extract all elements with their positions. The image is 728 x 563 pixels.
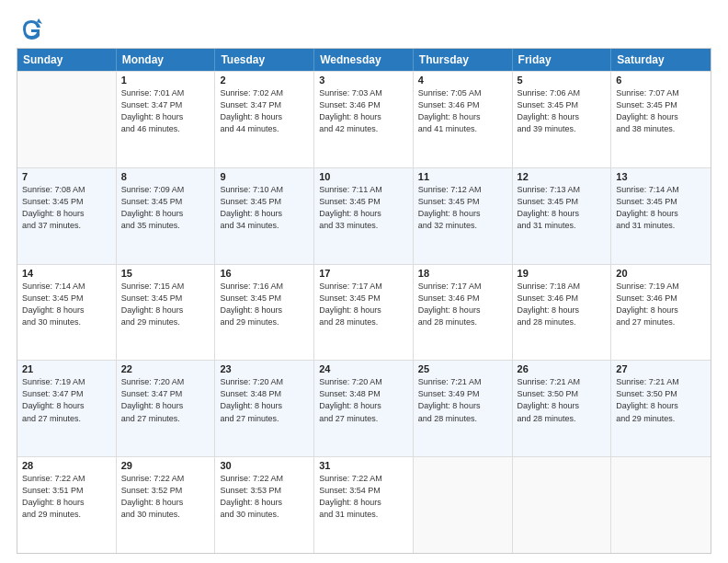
cell-info-line: Sunrise: 7:21 AM: [418, 376, 507, 388]
cell-info-line: Sunrise: 7:10 AM: [220, 184, 309, 196]
cell-info-line: Daylight: 8 hours: [220, 111, 309, 123]
calendar-cell: 24Sunrise: 7:20 AMSunset: 3:48 PMDayligh…: [314, 361, 414, 456]
cell-info-line: and 27 minutes.: [220, 413, 309, 425]
calendar-cell: [17, 72, 117, 167]
cell-info-line: Sunrise: 7:20 AM: [121, 376, 210, 388]
day-number: 24: [319, 363, 408, 374]
cell-info-line: Daylight: 8 hours: [418, 400, 507, 412]
cell-info-line: Sunset: 3:49 PM: [418, 388, 507, 400]
cell-info-line: Sunrise: 7:22 AM: [319, 473, 408, 485]
calendar-header: SundayMondayTuesdayWednesdayThursdayFrid…: [17, 49, 711, 71]
calendar-cell: 29Sunrise: 7:22 AMSunset: 3:52 PMDayligh…: [117, 457, 216, 553]
calendar-cell: 26Sunrise: 7:21 AMSunset: 3:50 PMDayligh…: [513, 361, 612, 456]
cell-info-line: Sunset: 3:46 PM: [319, 99, 408, 111]
day-number: 8: [121, 171, 210, 182]
cell-info-line: Daylight: 8 hours: [418, 208, 507, 220]
page: SundayMondayTuesdayWednesdayThursdayFrid…: [0, 0, 728, 563]
cell-info-line: Sunset: 3:45 PM: [518, 99, 607, 111]
calendar-cell: 9Sunrise: 7:10 AMSunset: 3:45 PMDaylight…: [215, 168, 314, 264]
cell-info-line: Sunrise: 7:19 AM: [22, 376, 111, 388]
day-number: 10: [319, 171, 408, 182]
cell-info-line: Sunrise: 7:22 AM: [22, 473, 111, 485]
logo-icon: [18, 17, 44, 42]
calendar-cell: 14Sunrise: 7:14 AMSunset: 3:45 PMDayligh…: [17, 265, 117, 361]
cell-info-line: Daylight: 8 hours: [616, 208, 706, 220]
calendar-cell: 15Sunrise: 7:15 AMSunset: 3:45 PMDayligh…: [117, 265, 216, 361]
cell-info-line: Sunrise: 7:15 AM: [121, 281, 210, 293]
calendar-cell: 18Sunrise: 7:17 AMSunset: 3:46 PMDayligh…: [414, 265, 513, 361]
calendar-cell: 8Sunrise: 7:09 AMSunset: 3:45 PMDaylight…: [117, 168, 216, 264]
day-number: 27: [616, 363, 706, 374]
cell-info-line: and 28 minutes.: [418, 413, 507, 425]
day-number: 31: [319, 460, 408, 471]
cell-info-line: and 39 minutes.: [518, 123, 607, 135]
cell-info-line: Sunrise: 7:22 AM: [121, 473, 210, 485]
cell-info-line: Daylight: 8 hours: [319, 497, 408, 509]
header-cell-saturday: Saturday: [611, 49, 711, 71]
cell-info-line: and 44 minutes.: [220, 123, 309, 135]
cell-info-line: and 28 minutes.: [518, 413, 607, 425]
calendar-cell: [611, 457, 711, 553]
cell-info-line: and 27 minutes.: [616, 316, 706, 328]
day-number: 21: [22, 363, 111, 374]
cell-info-line: Daylight: 8 hours: [22, 497, 111, 509]
cell-info-line: Sunset: 3:46 PM: [518, 293, 607, 304]
cell-info-line: Daylight: 8 hours: [319, 111, 408, 123]
cell-info-line: Daylight: 8 hours: [121, 400, 210, 412]
cell-info-line: Sunrise: 7:18 AM: [518, 281, 607, 293]
cell-info-line: and 29 minutes.: [616, 413, 706, 425]
cell-info-line: and 29 minutes.: [220, 316, 309, 328]
cell-info-line: and 42 minutes.: [319, 123, 408, 135]
cell-info-line: Daylight: 8 hours: [121, 208, 210, 220]
day-number: 20: [616, 268, 706, 279]
calendar-cell: 27Sunrise: 7:21 AMSunset: 3:50 PMDayligh…: [611, 361, 711, 456]
cell-info-line: Daylight: 8 hours: [121, 111, 210, 123]
calendar-cell: 22Sunrise: 7:20 AMSunset: 3:47 PMDayligh…: [117, 361, 216, 456]
day-number: 2: [220, 75, 309, 86]
cell-info-line: Daylight: 8 hours: [319, 208, 408, 220]
calendar-cell: 23Sunrise: 7:20 AMSunset: 3:48 PMDayligh…: [215, 361, 314, 456]
cell-info-line: Daylight: 8 hours: [518, 111, 607, 123]
cell-info-line: Sunset: 3:45 PM: [518, 196, 607, 208]
day-number: 22: [121, 363, 210, 374]
day-number: 14: [22, 268, 111, 279]
cell-info-line: Sunrise: 7:20 AM: [319, 376, 408, 388]
calendar-row-3: 14Sunrise: 7:14 AMSunset: 3:45 PMDayligh…: [17, 264, 711, 361]
cell-info-line: Daylight: 8 hours: [220, 400, 309, 412]
day-number: 15: [121, 268, 210, 279]
calendar-cell: 28Sunrise: 7:22 AMSunset: 3:51 PMDayligh…: [17, 457, 117, 553]
day-number: 18: [418, 268, 507, 279]
day-number: 26: [518, 363, 607, 374]
cell-info-line: Sunrise: 7:16 AM: [220, 281, 309, 293]
header-cell-tuesday: Tuesday: [215, 49, 314, 71]
cell-info-line: Sunrise: 7:09 AM: [121, 184, 210, 196]
cell-info-line: Sunset: 3:45 PM: [121, 293, 210, 304]
calendar-cell: 31Sunrise: 7:22 AMSunset: 3:54 PMDayligh…: [314, 457, 414, 553]
cell-info-line: Sunset: 3:45 PM: [616, 99, 706, 111]
cell-info-line: and 32 minutes.: [418, 220, 507, 232]
cell-info-line: Sunrise: 7:21 AM: [518, 376, 607, 388]
cell-info-line: Sunrise: 7:11 AM: [319, 184, 408, 196]
cell-info-line: Sunset: 3:45 PM: [418, 196, 507, 208]
day-number: 29: [121, 460, 210, 471]
cell-info-line: and 30 minutes.: [22, 316, 111, 328]
cell-info-line: Daylight: 8 hours: [22, 208, 111, 220]
cell-info-line: and 28 minutes.: [319, 316, 408, 328]
cell-info-line: Sunrise: 7:20 AM: [220, 376, 309, 388]
cell-info-line: Sunset: 3:45 PM: [121, 196, 210, 208]
calendar: SundayMondayTuesdayWednesdayThursdayFrid…: [17, 48, 711, 554]
day-number: 23: [220, 363, 309, 374]
cell-info-line: Sunrise: 7:02 AM: [220, 87, 309, 99]
day-number: 3: [319, 75, 408, 86]
cell-info-line: Sunset: 3:54 PM: [319, 485, 408, 497]
cell-info-line: Daylight: 8 hours: [22, 304, 111, 316]
cell-info-line: Daylight: 8 hours: [22, 400, 111, 412]
calendar-cell: 19Sunrise: 7:18 AMSunset: 3:46 PMDayligh…: [513, 265, 612, 361]
cell-info-line: Daylight: 8 hours: [518, 400, 607, 412]
day-number: 6: [616, 75, 706, 86]
cell-info-line: Sunrise: 7:17 AM: [319, 281, 408, 293]
cell-info-line: Daylight: 8 hours: [220, 497, 309, 509]
cell-info-line: Sunset: 3:46 PM: [418, 99, 507, 111]
cell-info-line: Sunset: 3:45 PM: [220, 293, 309, 304]
day-number: 4: [418, 75, 507, 86]
